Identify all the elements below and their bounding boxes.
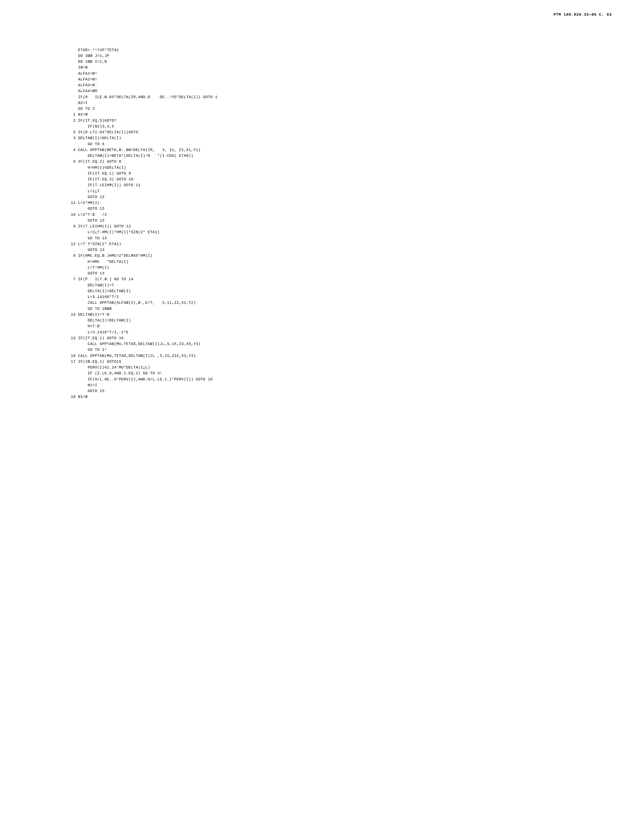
code-line: 1 N2=Ø xyxy=(71,112,612,118)
code-line: 16 CALL OPPTAB(MU,TETAß,DELTAØ(I)JL ,S,1… xyxy=(71,353,612,359)
code-line: DELTAØ(I)=T xyxy=(71,283,612,288)
page-header: PTM 108.020.33—86 C. 63 xyxy=(553,13,612,17)
code-line: IF(IT.EQ.1) GOTO 9 xyxy=(71,171,612,177)
code-line: PERV(I)¾1.24°MU*DELTA(I¿L) xyxy=(71,365,612,371)
code-line: H=HM(I)½DELTA(I) xyxy=(71,165,612,171)
code-line: GOTO 13 xyxy=(71,271,612,276)
code-line: 11 L=2°HM(I) xyxy=(71,200,612,206)
code-line: IF(H/L.GE..9°PERV(I),AND.H/L.LE.1.1*PERV… xyxy=(71,377,612,382)
code-line: ALFA2=Ø! xyxy=(71,77,612,82)
code-line: 3 DELTAØ(I)=DELTA(I) xyxy=(71,135,612,141)
code-line: GOTO 13 xyxy=(71,206,612,212)
code-line: N2=I xyxy=(71,100,612,106)
code-line: DO 3ØØ J=1,JP xyxy=(71,53,612,59)
code-line: 18 N1=Ø xyxy=(71,394,612,400)
code-line: ETAß=.¹¹745*TETA1 xyxy=(71,47,612,53)
code-line: 8 IF(HMC.EQ.Ø.)HMC=2*DELMAX*HM(I) xyxy=(71,253,612,259)
code-line: GO TO 2 xyxy=(71,106,612,112)
code-line: H=T-B xyxy=(71,324,612,329)
code-line: N1=I xyxy=(71,382,612,388)
code-line: 13 IF(IT.EQ.1) GOTO 16 xyxy=(71,335,612,341)
code-line: IF(N2)3,4,5 xyxy=(71,124,612,129)
code-line: L=3.14160*T/2 xyxy=(71,294,612,300)
code-line: IF(R ILE.Ø.65*DELTA(I®,AND.R .GE..²55*DE… xyxy=(71,94,612,100)
code-line: DELTA(I)=DELTAØ(I) xyxy=(71,288,612,294)
code-line: 10 L=2*T-B /2 xyxy=(71,212,612,218)
code-line: ALFA1=Ø! xyxy=(71,71,612,77)
code-line: GOTO 13 xyxy=(71,218,612,224)
code-line: CALL OPPTAB(MU,TETAß,DELTAØ(I)JL,S,15,Z3… xyxy=(71,341,612,347)
code-line: DELTA(I)=DELTAØ(I) xyxy=(71,318,612,324)
page-container: PTM 108.020.33—86 C. 63 ETAß=.¹¹745*TETA… xyxy=(0,0,632,840)
code-line: 12 L=T´T²SIN(2* ETA1) xyxy=(71,241,612,247)
code-line: 9 IF(T.LEIHM(I)) GOTO 12 xyxy=(71,224,612,229)
code-line: GOTO 13 xyxy=(71,194,612,200)
code-line: IF (Z.LE.8,AND.I.EQ.2) GO TO 3¹ xyxy=(71,371,612,376)
code-line: IF(IT.EQ.3) GOTO 10 xyxy=(71,177,612,182)
code-line: L=3.1416*T/2,-2*E xyxy=(71,330,612,335)
code-line: GO TO 13 xyxy=(71,235,612,241)
code-line: GO TO 1¹ xyxy=(71,347,612,353)
code-line: 7 IF(P ILT.Ø.) GO TO 14 xyxy=(71,276,612,282)
code-line: ALFA3=Ø. xyxy=(71,82,612,88)
code-line: 4 CALL OPPTAB(BETA,Ø..BØ/DELTA(I®, 3, 11… xyxy=(71,147,612,153)
code-line: DO 1ØØ I=1,N xyxy=(71,59,612,65)
code-line: IF(T.LEIHM(I)) GOTO 11 xyxy=(71,182,612,188)
code-line: GO TO 1ØØØ xyxy=(71,306,612,312)
code-line: 2 IF(IT.EQ.5)GOTO7 xyxy=(71,118,612,124)
code-line: 17 IF(IØ.EQ.1) GOTO15 xyxy=(71,359,612,365)
code-line: IØ=Ø xyxy=(71,65,612,71)
code-line: H=HMC *DELTA(I) xyxy=(71,259,612,265)
header-text: PTM 108.020.33—86 C. 63 xyxy=(553,13,612,17)
code-line: L=2¿T xyxy=(71,188,612,194)
code-line: L=2¿T-HM(I)*HM(I)*SIN(2* ETA1) xyxy=(71,229,612,235)
code-block: ETAß=.¹¹745*TETA1 DO 3ØØ J=1,JP DO 1ØØ I… xyxy=(20,35,612,400)
code-line: ALFA4=Ø® xyxy=(71,88,612,94)
code-line: 5 IF(R.LTI.64*DELTA(I))GOTO´ xyxy=(71,129,612,135)
code-line: GOTO 13 xyxy=(71,247,612,253)
code-line: CALL OPPTAB(ALFAØ(I),Ø.,E/T, 3,11,Z2,X2,… xyxy=(71,300,612,306)
code-line: GO TO 6 xyxy=(71,141,612,147)
code-line: 6 IF(IT.EQ.2) GOTO 8 xyxy=(71,159,612,165)
code-line: 14 DELTAØ(I)=T-B xyxy=(71,312,612,318)
code-line: DELTAØ(I)=BETA*(DELTA(I)²R *(1-COS( ETAß… xyxy=(71,153,612,159)
code-line: GOTO 15 xyxy=(71,388,612,394)
code-line: L=T²HM(I) xyxy=(71,265,612,271)
